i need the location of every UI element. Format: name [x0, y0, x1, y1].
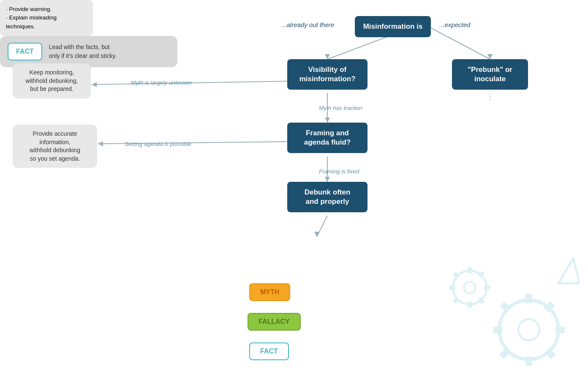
gear-decoration-1 — [444, 254, 580, 381]
badge-myth: MYTH — [249, 283, 290, 301]
svg-rect-23 — [544, 348, 556, 359]
svg-rect-28 — [468, 302, 472, 308]
label-agenda: Setting agenda is possible — [125, 141, 191, 147]
prebunk-line1: · Provide warning. — [6, 6, 52, 12]
svg-rect-18 — [525, 356, 532, 366]
svg-marker-13 — [314, 232, 319, 237]
svg-point-16 — [518, 319, 539, 340]
diagram-container: ...already out there ...expected Misinfo… — [0, 0, 588, 389]
prebunk-line2: · Explain misleading — [6, 14, 57, 21]
node-prebunk: "Prebunk" orinoculate — [452, 59, 528, 90]
svg-rect-34 — [452, 296, 460, 304]
fact-box-text: Lead with the facts, butonly if it's cle… — [49, 43, 117, 60]
svg-rect-17 — [525, 294, 532, 303]
svg-marker-11 — [98, 141, 103, 146]
svg-marker-3 — [487, 54, 493, 59]
svg-rect-24 — [499, 348, 511, 359]
svg-marker-9 — [325, 177, 330, 182]
svg-line-12 — [317, 216, 327, 237]
svg-marker-1 — [325, 54, 330, 59]
svg-marker-7 — [92, 82, 97, 87]
prebunk-description: · Provide warning. · Explain misleading … — [0, 0, 93, 36]
node-keep-monitoring: Keep monitoring,withhold debunking,but b… — [13, 63, 91, 99]
svg-rect-32 — [452, 271, 460, 279]
svg-rect-30 — [449, 285, 455, 290]
svg-rect-22 — [500, 301, 511, 313]
svg-point-26 — [464, 282, 476, 293]
label-myth-unknown: Myth is largely unknown — [131, 79, 192, 86]
svg-rect-20 — [493, 326, 502, 333]
svg-line-2 — [431, 28, 490, 59]
node-framing: Framing andagenda fluid? — [287, 123, 368, 153]
node-debunk: Debunk oftenand properly — [287, 182, 368, 212]
svg-rect-29 — [484, 285, 490, 290]
svg-marker-35 — [558, 258, 580, 283]
fact-box-container: FACT Lead with the facts, butonly if it'… — [0, 36, 177, 67]
badge-fallacy: FALLACY — [248, 313, 301, 331]
svg-marker-5 — [325, 118, 330, 123]
node-misinformation: Misinformation is — [355, 16, 431, 37]
svg-line-0 — [327, 35, 393, 59]
label-already: ...already out there — [281, 21, 334, 28]
node-visibility: Visibility ofmisinformation? — [287, 59, 368, 90]
fact-badge: FACT — [8, 43, 42, 60]
badge-fact-bottom: FACT — [249, 342, 289, 360]
label-expected: ...expected — [439, 21, 470, 28]
svg-rect-27 — [468, 267, 472, 273]
svg-rect-19 — [555, 326, 565, 333]
node-provide-accurate: Provide accurateinformation,withhold deb… — [13, 125, 97, 168]
label-myth-traction: Myth has traction — [319, 105, 362, 111]
label-framing-fixed: Framing is fixed — [319, 168, 359, 175]
prebunk-line3: techniques. — [6, 23, 35, 30]
